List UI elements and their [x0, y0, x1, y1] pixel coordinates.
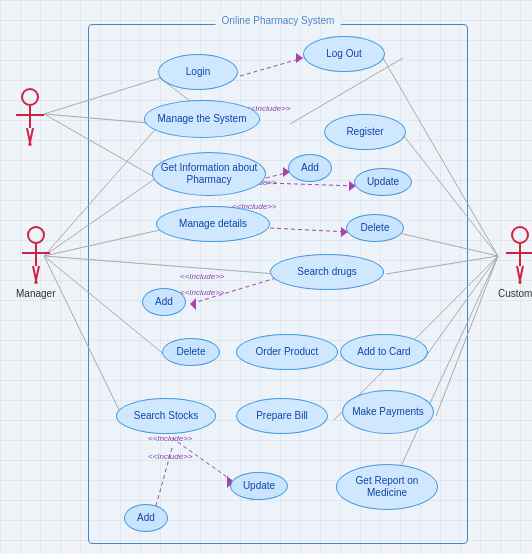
use-case-get-info[interactable]: Get Information about Pharmacy: [152, 152, 266, 196]
actor-head-2: [27, 226, 45, 244]
use-case-manage-details[interactable]: Manage details: [156, 206, 270, 242]
use-case-add3[interactable]: Add: [124, 504, 168, 532]
use-case-delete2[interactable]: Delete: [162, 338, 220, 366]
use-case-logout[interactable]: Log Out: [303, 36, 385, 72]
use-case-add-to-card[interactable]: Add to Card: [340, 334, 428, 370]
use-case-prepare-bill[interactable]: Prepare Bill: [236, 398, 328, 434]
use-case-delete1[interactable]: Delete: [346, 214, 404, 242]
actor-figure-customer: [506, 226, 532, 284]
actor-figure-manager-top: [16, 88, 44, 146]
use-case-manage-system[interactable]: Manage the System: [144, 100, 260, 138]
actor-manager-label: Manager: [16, 288, 55, 299]
use-case-add1[interactable]: Add: [288, 154, 332, 182]
include-label-6: <<Include>>: [148, 434, 192, 443]
include-label-5: <<Include>>: [180, 288, 224, 297]
use-case-add2[interactable]: Add: [142, 288, 186, 316]
actor-head-3: [511, 226, 529, 244]
use-case-get-report[interactable]: Get Report on Medicine: [336, 464, 438, 510]
use-case-register[interactable]: Register: [324, 114, 406, 150]
actor-manager-main: Manager: [16, 226, 55, 299]
actor-body: [16, 106, 44, 146]
use-case-make-payments[interactable]: Make Payments: [342, 390, 434, 434]
use-case-update1[interactable]: Update: [354, 168, 412, 196]
include-label-7: <<Include>>: [148, 452, 192, 461]
use-case-login[interactable]: Login: [158, 54, 238, 90]
use-case-search-drugs[interactable]: Search drugs: [270, 254, 384, 290]
system-title: Online Pharmacy System: [216, 15, 341, 26]
actor-customer-label: Customer: [498, 288, 532, 299]
actor-manager-top: [16, 88, 44, 146]
use-case-search-stocks[interactable]: Search Stocks: [116, 398, 216, 434]
include-label-4: <<Include>>: [180, 272, 224, 281]
use-case-order-product[interactable]: Order Product: [236, 334, 338, 370]
use-case-update2[interactable]: Update: [230, 472, 288, 500]
diagram-container: Online Pharmacy System: [8, 8, 524, 546]
actor-figure-manager-main: [22, 226, 50, 284]
actor-head: [21, 88, 39, 106]
actor-customer: Customer: [498, 226, 532, 299]
